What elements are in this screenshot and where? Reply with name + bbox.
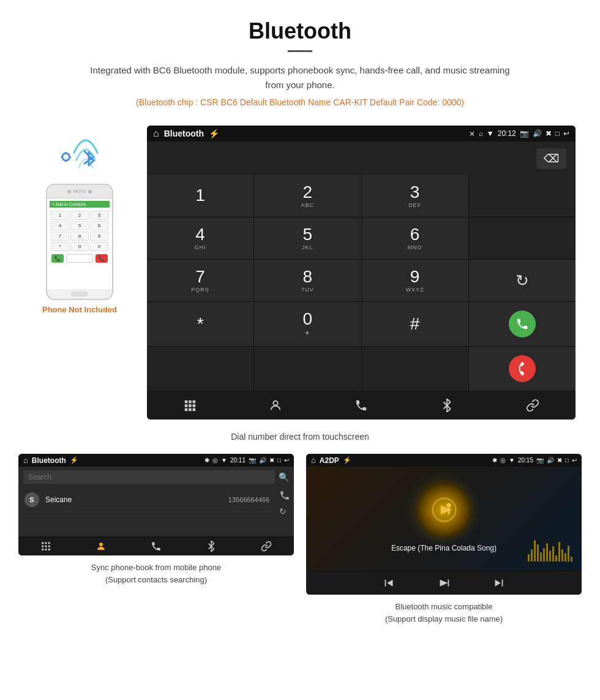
music-screen: ⌂ A2DP ⚡ ✱ ◎ ▼ 20:15 📷 🔊 ✖ □ ↩ (306, 454, 582, 595)
svg-rect-18 (48, 549, 50, 551)
music-camera-icon[interactable]: 📷 (536, 457, 544, 464)
dial-key-9[interactable]: 9 WXYZ (362, 260, 468, 301)
music-time: 20:15 (518, 457, 533, 464)
dial-key-2[interactable]: 2 ABC (254, 175, 361, 217)
music-close-icon[interactable]: ✖ (557, 457, 562, 464)
svg-rect-11 (45, 542, 47, 544)
dial-call-green-button[interactable] (469, 302, 576, 346)
eq-bar (534, 540, 536, 562)
pb-contact-avatar: S (24, 492, 39, 507)
svg-marker-23 (387, 580, 392, 587)
phone-key-5: 5 (70, 221, 89, 230)
camera-icon[interactable]: 📷 (520, 129, 529, 138)
signal-icon: ▼ (487, 129, 494, 138)
dial-empty-2 (469, 217, 576, 259)
pb-phone-icon[interactable] (129, 541, 184, 552)
pb-bluetooth-icon[interactable] (184, 541, 239, 552)
phone-key-9: 9 (90, 231, 108, 241)
music-next-button[interactable] (471, 576, 527, 590)
eq-bar (568, 546, 569, 562)
pb-person-icon[interactable] (73, 541, 129, 552)
dial-bottom-link[interactable] (490, 391, 576, 420)
dial-empty-4 (254, 347, 361, 391)
dial-key-star[interactable]: * (147, 302, 253, 346)
pb-search-row: 🔍 (18, 467, 294, 487)
dial-screen-wrapper: ⌂ Bluetooth ⚡ ⨯ ⌕ ▼ 20:12 📷 🔊 ✖ □ ↩ (147, 126, 576, 420)
phone-screen: + Add to Contacts 1 2 3 4 5 6 7 8 9 * 0 … (47, 198, 112, 289)
svg-rect-12 (48, 542, 50, 544)
pb-title: Bluetooth (32, 456, 66, 465)
dial-backspace-button[interactable]: ⌫ (536, 148, 566, 169)
svg-rect-1 (189, 401, 192, 404)
pb-contact-name: Seicane (45, 495, 222, 504)
dial-empty-3 (147, 347, 253, 391)
window-icon[interactable]: □ (555, 129, 560, 138)
dial-bottom-bluetooth[interactable] (404, 391, 490, 420)
back-icon[interactable]: ↩ (563, 129, 569, 138)
dial-key-hash[interactable]: # (362, 302, 468, 346)
pb-back-icon[interactable]: ↩ (284, 457, 289, 464)
dial-bottom-phone[interactable] (318, 391, 404, 420)
phone-end-button[interactable]: 📞 (96, 254, 108, 263)
dial-key-0[interactable]: 0 + (254, 302, 361, 346)
dial-key-5[interactable]: 5 JKL (254, 217, 361, 259)
music-content-area: Escape (The Pina Colada Song) (306, 467, 582, 571)
music-home-icon[interactable]: ⌂ (311, 456, 316, 465)
svg-rect-15 (48, 546, 50, 548)
eq-bar (555, 555, 557, 562)
pb-side-sync-icon[interactable]: ↻ (279, 506, 290, 516)
dial-bottom-contacts[interactable] (233, 391, 318, 420)
dial-bottom-grid[interactable] (147, 391, 233, 420)
phone-call-button[interactable]: 📞 (51, 254, 64, 263)
music-bt-icon: ✱ (492, 457, 497, 464)
music-win-icon[interactable]: □ (565, 457, 569, 464)
dial-key-8[interactable]: 8 TUV (254, 260, 361, 301)
phone-key-3: 3 (90, 211, 108, 220)
pb-win-icon[interactable]: □ (277, 457, 281, 464)
music-loc-icon: ◎ (500, 457, 506, 464)
pb-camera-icon[interactable]: 📷 (249, 457, 256, 464)
music-back-icon[interactable]: ↩ (572, 457, 577, 464)
dial-key-4[interactable]: 4 GHI (147, 217, 253, 259)
music-status-right: ✱ ◎ ▼ 20:15 📷 🔊 ✖ □ ↩ (492, 457, 577, 464)
dial-redial-button[interactable]: ↻ (469, 260, 576, 301)
music-title: A2DP (320, 456, 339, 465)
pb-contact-number: 13566664466 (228, 496, 269, 503)
dial-key-6[interactable]: 6 MNO (362, 217, 468, 259)
dial-screen-title: Bluetooth (164, 129, 204, 138)
pb-link-icon[interactable] (239, 541, 294, 552)
home-icon[interactable]: ⌂ (153, 128, 159, 139)
page-title: Bluetooth (12, 18, 588, 44)
svg-rect-10 (42, 542, 43, 544)
pb-side-call-icon[interactable] (279, 490, 290, 503)
svg-point-19 (99, 543, 103, 546)
pb-usb-icon: ⚡ (70, 456, 78, 464)
svg-rect-7 (189, 408, 192, 412)
pb-contact-row[interactable]: S Seicane 13566664466 (18, 487, 276, 513)
music-prev-button[interactable] (361, 576, 416, 590)
pb-search-icon[interactable]: 🔍 (279, 472, 289, 482)
phone-key-4: 4 (51, 221, 69, 230)
dial-key-1[interactable]: 1 (147, 175, 253, 217)
pb-grid-icon[interactable] (18, 541, 73, 552)
dial-call-red-button[interactable] (469, 347, 576, 391)
dial-caption: Dial number direct from touchscreen (0, 426, 600, 454)
dial-key-7[interactable]: 7 PQRS (147, 260, 253, 301)
phone-mockup-area: ⭘ MOTO + Add to Contacts (24, 126, 135, 314)
volume-icon[interactable]: 🔊 (533, 129, 542, 138)
pb-close-icon[interactable]: ✖ (269, 457, 274, 464)
pb-search-input[interactable] (23, 470, 275, 484)
dial-key-3[interactable]: 3 DEF (362, 175, 468, 217)
pb-home-icon[interactable]: ⌂ (23, 456, 28, 465)
phone-home-button[interactable] (71, 292, 88, 296)
pb-vol-icon[interactable]: 🔊 (259, 457, 266, 464)
wifi-signal-icon (73, 138, 98, 178)
music-empty-1 (306, 576, 361, 590)
svg-rect-26 (448, 580, 449, 587)
music-playpause-button[interactable] (416, 576, 471, 590)
dial-screen: ⌂ Bluetooth ⚡ ⨯ ⌕ ▼ 20:12 📷 🔊 ✖ □ ↩ (147, 126, 576, 420)
eq-bar (571, 557, 572, 562)
svg-rect-24 (385, 580, 386, 587)
close-icon[interactable]: ✖ (546, 129, 552, 138)
music-vol-icon[interactable]: 🔊 (547, 457, 554, 464)
